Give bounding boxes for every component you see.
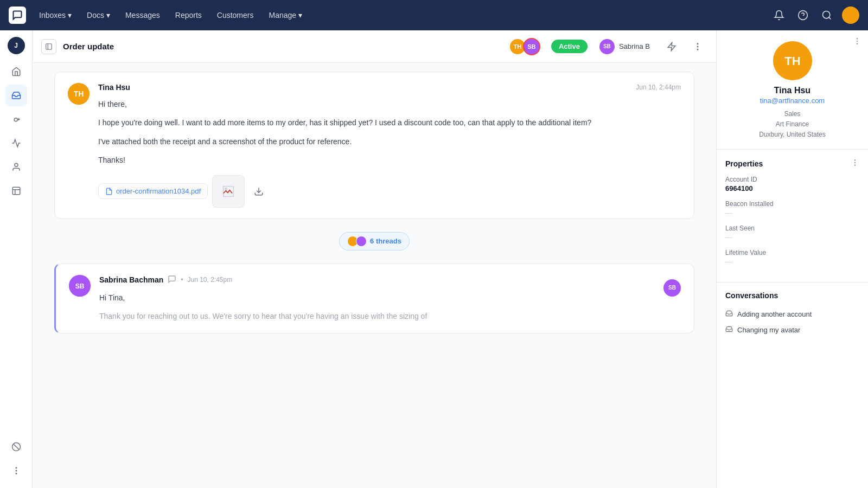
svg-point-21 <box>225 188 227 190</box>
messages-container: TH Tina Hsu Jun 10, 2:44pm Hi there, I h… <box>33 63 716 488</box>
svg-point-27 <box>857 43 857 44</box>
conv-link-adding-account[interactable]: Adding another account <box>725 306 859 322</box>
nav-docs[interactable]: Docs ▾ <box>80 8 117 23</box>
svg-rect-13 <box>46 43 52 49</box>
contact-card: TH Tina Hsu tina@artfinance.com Sales Ar… <box>717 30 868 150</box>
reply-sender-avatar: SB <box>69 275 91 297</box>
last-seen-value: — <box>725 233 859 241</box>
message-header: Tina Hsu Jun 10, 2:44pm <box>98 83 681 92</box>
conv-link-avatar[interactable]: Changing my avatar <box>725 322 859 338</box>
download-icon[interactable] <box>249 182 269 201</box>
contact-meta: Sales Art Finance Duxbury, United States <box>759 109 826 140</box>
svg-point-31 <box>854 162 855 163</box>
automation-icon[interactable] <box>662 37 681 56</box>
beacon-installed-value: — <box>725 209 859 217</box>
svg-point-25 <box>857 38 857 39</box>
search-icon[interactable] <box>818 7 835 24</box>
collapse-button[interactable] <box>41 39 56 54</box>
conversation-title: Order update <box>63 42 114 51</box>
conversations-header: Conversations <box>725 291 859 300</box>
beacon-installed-label: Beacon Installed <box>725 200 859 208</box>
conv-link-text-1: Adding another account <box>737 310 812 318</box>
svg-line-9 <box>13 444 19 450</box>
svg-marker-15 <box>668 42 675 50</box>
nav-customers[interactable]: Customers <box>210 8 260 23</box>
conv-link-text-2: Changing my avatar <box>737 326 800 334</box>
property-beacon-installed: Beacon Installed — <box>725 200 859 217</box>
lifetime-value-value: — <box>725 258 859 266</box>
sidebar-item-mentions[interactable] <box>5 108 27 130</box>
nav-manage[interactable]: Manage ▾ <box>262 8 309 23</box>
thread-avatar-2 <box>356 236 367 247</box>
last-seen-label: Last Seen <box>725 224 859 232</box>
sidebar-item-ban[interactable] <box>5 436 27 458</box>
svg-rect-5 <box>12 187 20 195</box>
assignee-section[interactable]: SB Sabrina B <box>594 37 655 56</box>
conv-link-inbox-icon-2 <box>725 325 733 335</box>
svg-point-17 <box>697 46 698 47</box>
sidebar-item-more[interactable] <box>5 460 27 481</box>
properties-more-button[interactable] <box>851 158 859 169</box>
agent-avatar-2: SB <box>523 38 540 55</box>
svg-line-3 <box>829 17 831 20</box>
sidebar-item-labels[interactable] <box>5 180 27 202</box>
nav-inboxes[interactable]: Inboxes ▾ <box>33 8 78 23</box>
message-time: Jun 10, 2:44pm <box>636 84 681 91</box>
attachment-file[interactable]: order-confirmation1034.pdf <box>98 183 208 199</box>
account-id-value: 6964100 <box>725 184 859 192</box>
message-sender: Tina Hsu <box>98 83 130 92</box>
sidebar-item-contacts[interactable] <box>5 156 27 178</box>
threads-count-label: 6 threads <box>370 237 401 245</box>
svg-point-30 <box>854 159 855 160</box>
conversations-title: Conversations <box>725 291 778 300</box>
user-avatar-top[interactable] <box>842 7 859 24</box>
more-options-icon[interactable] <box>688 37 707 56</box>
sidebar-user-initial[interactable]: J <box>8 37 25 54</box>
reply-sender-avatar-small: SB <box>663 279 681 297</box>
sidebar-item-reports[interactable] <box>5 132 27 154</box>
lifetime-value-label: Lifetime Value <box>725 249 859 256</box>
reply-avatar-container: SB <box>659 275 681 297</box>
notifications-icon[interactable] <box>770 7 788 24</box>
thread-avatars <box>347 236 367 247</box>
reply-message-card: SB Sabrina Bachman • J <box>54 264 694 334</box>
help-icon[interactable] <box>794 7 812 24</box>
message-card: TH Tina Hsu Jun 10, 2:44pm Hi there, I h… <box>54 72 694 219</box>
right-panel: TH Tina Hsu tina@artfinance.com Sales Ar… <box>716 30 868 488</box>
reply-message-body: Hi Tina, Thank you for reaching out to u… <box>99 292 650 323</box>
contact-email[interactable]: tina@artfinance.com <box>760 97 825 105</box>
sidebar-item-inbox[interactable] <box>5 85 27 106</box>
assignee-avatar: SB <box>599 39 615 54</box>
conversation-area: Order update TH SB Active SB Sabrina B <box>33 30 716 488</box>
assignee-name: Sabrina B <box>619 42 650 50</box>
sidebar-item-home[interactable] <box>5 61 27 82</box>
reply-message-icon <box>168 275 176 285</box>
agent-avatars: TH SB <box>509 38 540 55</box>
topnav-icons <box>770 7 859 24</box>
contact-avatar: TH <box>773 41 812 80</box>
top-navigation: Inboxes ▾ Docs ▾ Messages Reports Custom… <box>0 0 868 30</box>
svg-point-10 <box>16 467 17 468</box>
account-id-label: Account ID <box>725 176 859 183</box>
left-sidebar: J <box>0 30 33 488</box>
svg-point-4 <box>15 163 18 166</box>
svg-point-32 <box>854 165 855 165</box>
properties-title: Properties <box>725 159 763 168</box>
attachment-image[interactable] <box>212 175 245 208</box>
threads-separator: 6 threads <box>54 228 694 255</box>
nav-reports[interactable]: Reports <box>169 8 208 23</box>
app-logo[interactable] <box>9 7 26 24</box>
reply-message-time: Jun 10, 2:45pm <box>187 276 232 284</box>
nav-messages[interactable]: Messages <box>119 8 167 23</box>
svg-point-12 <box>16 473 17 474</box>
properties-section: Properties Account ID 6964100 Beacon Ins… <box>717 150 868 282</box>
svg-text:TH: TH <box>784 54 800 68</box>
attachments: order-confirmation1034.pdf <box>98 175 681 208</box>
reply-message-header: Sabrina Bachman • Jun 10, 2:45pm <box>99 275 650 285</box>
property-account-id: Account ID 6964100 <box>725 176 859 192</box>
reply-sender-name: Sabrina Bachman <box>99 275 163 284</box>
contact-more-button[interactable] <box>853 37 861 48</box>
message-body: Hi there, I hope you're doing well. I wa… <box>98 98 681 166</box>
status-badge: Active <box>551 40 588 53</box>
threads-bubble[interactable]: 6 threads <box>339 232 410 251</box>
